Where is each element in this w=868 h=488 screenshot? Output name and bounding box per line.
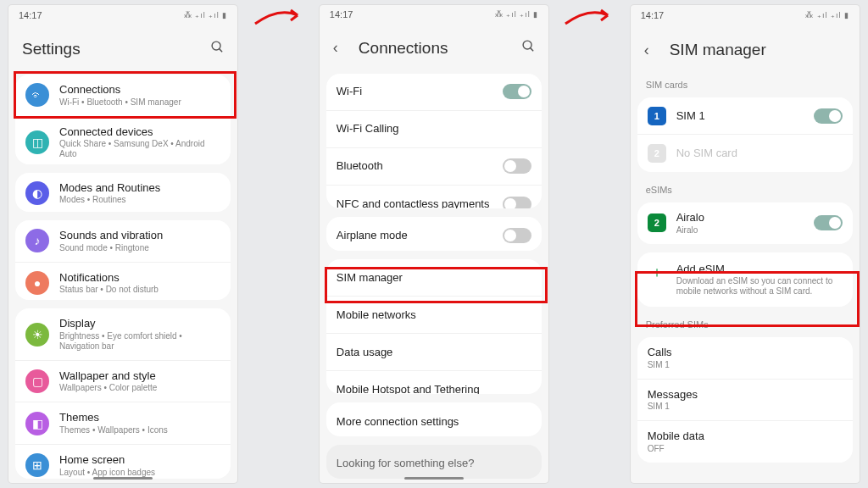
airplane-toggle[interactable] (503, 228, 531, 243)
settings-item-display[interactable]: ☀ DisplayBrightness • Eye comfort shield… (15, 308, 231, 361)
connections-header: ‹ Connections (320, 24, 548, 69)
row-nfc[interactable]: NFC and contactless payments (326, 186, 542, 208)
nfc-toggle[interactable] (503, 197, 531, 208)
page-title: Connections (359, 39, 509, 58)
bluetooth-toggle[interactable] (503, 158, 531, 174)
svg-point-0 (212, 42, 220, 50)
search-icon[interactable] (210, 40, 224, 58)
search-icon[interactable] (521, 39, 535, 58)
status-icons: ⁂ ₊ıl ₊ıl ▮ (184, 11, 228, 19)
settings-item-connections[interactable]: ᯤ ConnectionsWi-Fi • Bluetooth • SIM man… (15, 75, 231, 117)
row-data-usage[interactable]: Data usage (326, 334, 542, 371)
section-esims: eSIMs (631, 176, 860, 198)
themes-icon: ◧ (25, 412, 49, 435)
row-esim-airalo[interactable]: 2 AiraloAiralo (637, 202, 853, 244)
wifi-icon: ᯤ (25, 83, 49, 107)
row-hotspot[interactable]: Mobile Hotspot and Tethering (326, 371, 542, 394)
arrow-1 (249, 5, 308, 30)
settings-item-connected-devices[interactable]: ◫ Connected devicesQuick Share • Samsung… (15, 117, 231, 164)
nav-indicator[interactable] (93, 477, 153, 480)
plus-icon: ＋ (648, 263, 666, 281)
sim-manager-header: ‹ SIM manager (631, 25, 860, 71)
status-icons: ⁂ ₊ıl ₊ıl ▮ (805, 11, 849, 19)
modes-icon: ◐ (25, 181, 49, 205)
settings-item-modes[interactable]: ◐ Modes and RoutinesModes • Routines (15, 173, 231, 213)
sim2-badge: 2 (648, 144, 666, 163)
pref-messages[interactable]: MessagesSIM 1 (637, 380, 853, 422)
devices-icon: ◫ (25, 130, 49, 154)
row-looking-for[interactable]: Looking for something else? (326, 445, 542, 479)
wifi-toggle[interactable] (503, 84, 531, 99)
settings-item-notifications[interactable]: ● NotificationsStatus bar • Do not distu… (15, 263, 231, 301)
pref-calls[interactable]: CallsSIM 1 (637, 337, 853, 380)
status-time: 14:17 (641, 10, 665, 20)
row-add-esim[interactable]: ＋ Add eSIMDownload an eSIM so you can co… (637, 252, 853, 308)
section-sim-cards: SIM cards (631, 71, 860, 93)
pref-mobile-data[interactable]: Mobile dataOFF (637, 421, 853, 463)
page-title: SIM manager (670, 41, 846, 59)
sim1-badge: 1 (648, 107, 666, 125)
settings-screen: 14:17 ⁂ ₊ıl ₊ıl ▮ Settings ᯤ Connections… (8, 5, 237, 483)
nav-indicator[interactable] (404, 477, 464, 480)
row-sim-manager[interactable]: SIM manager (326, 259, 542, 297)
status-time: 14:17 (330, 9, 353, 19)
page-title: Settings (22, 40, 198, 58)
status-time: 14:17 (19, 10, 42, 20)
settings-item-themes[interactable]: ◧ ThemesThemes • Wallpapers • Icons (15, 402, 231, 445)
settings-item-wallpaper[interactable]: ▢ Wallpaper and styleWallpapers • Color … (15, 361, 231, 403)
sim1-toggle[interactable] (814, 108, 843, 124)
status-bar: 14:17 ⁂ ₊ıl ₊ıl ▮ (320, 5, 548, 24)
svg-line-1 (220, 49, 223, 53)
row-sim2: 2 No SIM card (637, 135, 853, 172)
row-mobile-networks[interactable]: Mobile networks (326, 297, 542, 334)
connections-screen: 14:17 ⁂ ₊ıl ₊ıl ▮ ‹ Connections Wi-Fi Wi… (320, 5, 548, 483)
home-icon: ⊞ (25, 453, 49, 477)
section-preferred: Preferred SIMs (631, 311, 860, 333)
settings-item-homescreen[interactable]: ⊞ Home screenLayout • App icon badges (15, 445, 231, 479)
status-icons: ⁂ ₊ıl ₊ıl ▮ (495, 10, 539, 19)
sound-icon: ♪ (25, 229, 49, 252)
back-icon[interactable]: ‹ (644, 42, 658, 59)
status-bar: 14:17 ⁂ ₊ıl ₊ıl ▮ (8, 5, 237, 25)
row-more-settings[interactable]: More connection settings (326, 402, 542, 436)
sim-manager-screen: 14:17 ⁂ ₊ıl ₊ıl ▮ ‹ SIM manager SIM card… (631, 5, 860, 483)
svg-point-2 (523, 41, 531, 49)
status-bar: 14:17 ⁂ ₊ıl ₊ıl ▮ (631, 5, 860, 25)
svg-line-3 (531, 47, 534, 51)
back-icon[interactable]: ‹ (333, 39, 347, 57)
display-icon: ☀ (25, 323, 49, 347)
settings-header: Settings (8, 25, 237, 70)
row-bluetooth[interactable]: Bluetooth (326, 148, 542, 186)
wallpaper-icon: ▢ (25, 369, 49, 393)
arrow-2 (560, 5, 619, 30)
row-wifi[interactable]: Wi-Fi (326, 74, 542, 111)
notifications-icon: ● (25, 271, 49, 295)
row-sim1[interactable]: 1 SIM 1 (637, 97, 853, 135)
row-airplane[interactable]: Airplane mode (326, 217, 542, 251)
esim-badge: 2 (648, 214, 666, 232)
esim-toggle[interactable] (814, 215, 843, 230)
row-wifi-calling[interactable]: Wi-Fi Calling (326, 111, 542, 148)
settings-item-sounds[interactable]: ♪ Sounds and vibrationSound mode • Ringt… (15, 220, 231, 263)
